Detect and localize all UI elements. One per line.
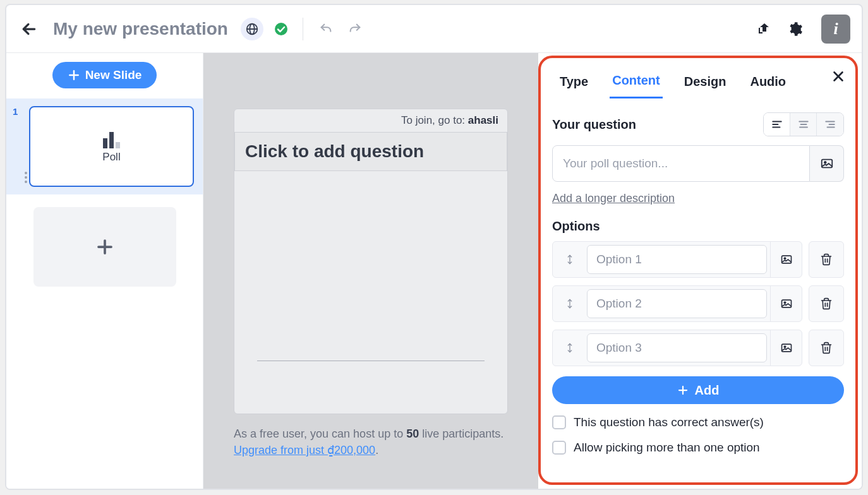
- plus-icon: [68, 69, 80, 81]
- svg-rect-28: [781, 300, 791, 307]
- slide-options-menu[interactable]: [20, 172, 32, 183]
- checkbox-correct-answers[interactable]: [552, 415, 566, 429]
- image-icon: [780, 297, 793, 310]
- question-image-button[interactable]: [810, 145, 844, 182]
- presentation-title[interactable]: My new presentation: [53, 19, 228, 39]
- topbar: My new presentation i: [6, 5, 862, 53]
- globe-icon: [245, 22, 259, 36]
- upsell-limit: 50: [406, 427, 419, 440]
- option-input[interactable]: [587, 245, 767, 274]
- upgrade-link[interactable]: Upgrade from just ₫200,000: [234, 444, 375, 456]
- drag-handle[interactable]: [553, 286, 587, 321]
- topbar-divider: [303, 18, 303, 40]
- svg-point-24: [784, 258, 786, 259]
- join-prefix: To join, go to:: [401, 114, 468, 126]
- tab-audio[interactable]: Audio: [747, 68, 788, 98]
- panel-tabs: Type Content Design Audio: [552, 62, 844, 98]
- upsell-suffix: live participants.: [419, 427, 503, 440]
- check-circle-icon: [274, 21, 289, 37]
- tab-type[interactable]: Type: [557, 68, 591, 98]
- align-center-button[interactable]: [790, 113, 817, 136]
- upsell-end: .: [375, 444, 378, 456]
- globe-button[interactable]: [241, 18, 263, 40]
- align-left-icon: [771, 119, 783, 130]
- tab-content[interactable]: Content: [610, 67, 663, 98]
- svg-point-29: [784, 302, 786, 304]
- add-option-button[interactable]: Add: [552, 376, 844, 404]
- new-slide-button[interactable]: New Slide: [52, 62, 157, 88]
- trash-icon: [820, 342, 833, 354]
- drag-handle[interactable]: [553, 242, 587, 277]
- add-option-label: Add: [695, 383, 720, 398]
- slide-thumbnail-row[interactable]: 1 Poll: [6, 98, 203, 194]
- main-content: New Slide 1 Poll: [6, 53, 862, 489]
- svg-rect-20: [821, 160, 832, 168]
- slide-thumbnail[interactable]: Poll: [29, 106, 194, 187]
- redo-button[interactable]: [344, 18, 366, 40]
- svg-point-21: [824, 162, 826, 164]
- tab-design[interactable]: Design: [682, 68, 729, 98]
- drag-vertical-icon: [565, 252, 575, 267]
- drag-vertical-icon: [565, 340, 575, 355]
- option-main: [552, 285, 802, 322]
- undo-icon: [319, 22, 333, 36]
- image-icon: [820, 157, 834, 170]
- share-icon: [756, 21, 771, 37]
- checkbox-multi-label: Allow picking more than one option: [574, 441, 760, 455]
- svg-point-34: [784, 346, 786, 348]
- svg-point-4: [275, 23, 287, 35]
- add-slide-tile[interactable]: [33, 207, 176, 287]
- option-image-button[interactable]: [770, 286, 802, 321]
- plus-icon: [677, 385, 689, 396]
- settings-button[interactable]: [782, 16, 807, 42]
- properties-panel: Type Content Design Audio Your question: [538, 56, 858, 485]
- drag-handle[interactable]: [553, 330, 587, 366]
- option-main: [552, 241, 802, 278]
- arrow-left-icon: [21, 21, 37, 37]
- svg-rect-23: [781, 256, 791, 263]
- share-button[interactable]: [750, 16, 776, 42]
- option-row: [552, 330, 844, 366]
- option-delete-button[interactable]: [809, 241, 844, 278]
- question-input[interactable]: [552, 145, 810, 182]
- close-icon: [831, 69, 845, 83]
- slide-sidebar: New Slide 1 Poll: [6, 53, 203, 489]
- drag-vertical-icon: [565, 296, 575, 311]
- option-delete-button[interactable]: [809, 285, 844, 322]
- question-placeholder[interactable]: Click to add question: [234, 132, 507, 171]
- option-row: [552, 241, 844, 278]
- option-delete-button[interactable]: [809, 330, 844, 366]
- redo-icon: [348, 22, 362, 36]
- upsell-message: As a free user, you can host up to 50 li…: [234, 426, 508, 458]
- plus-icon: [95, 237, 114, 256]
- option-row: [552, 285, 844, 322]
- add-description-link[interactable]: Add a longer description: [552, 192, 675, 205]
- back-button[interactable]: [15, 15, 43, 43]
- option-input[interactable]: [587, 289, 767, 318]
- close-panel-button[interactable]: [831, 69, 845, 83]
- new-slide-label: New Slide: [85, 68, 142, 82]
- align-left-button[interactable]: [764, 113, 790, 136]
- align-center-icon: [798, 119, 809, 130]
- trash-icon: [820, 297, 833, 310]
- join-domain: ahasli: [468, 114, 498, 126]
- undo-button[interactable]: [315, 18, 337, 40]
- trash-icon: [820, 253, 833, 266]
- checkbox-multi-select[interactable]: [552, 441, 566, 455]
- checkbox-correct-label: This question has correct answer(s): [574, 415, 764, 429]
- info-button[interactable]: i: [821, 15, 850, 44]
- canvas-divider: [257, 361, 485, 361]
- saved-status: [270, 18, 292, 40]
- app-window: My new presentation i New Slide: [5, 4, 863, 490]
- svg-rect-33: [781, 344, 791, 352]
- question-section-label: Your question: [552, 117, 636, 132]
- option-image-button[interactable]: [770, 330, 802, 366]
- text-align-group: [763, 112, 844, 136]
- slide-canvas: To join, go to: ahasli Click to add ques…: [234, 109, 508, 414]
- option-input[interactable]: [587, 333, 767, 362]
- option-main: [552, 330, 802, 366]
- slide-number: 1: [13, 106, 24, 117]
- option-image-button[interactable]: [770, 242, 802, 277]
- join-instruction: To join, go to: ahasli: [234, 109, 507, 132]
- align-right-button[interactable]: [817, 113, 843, 136]
